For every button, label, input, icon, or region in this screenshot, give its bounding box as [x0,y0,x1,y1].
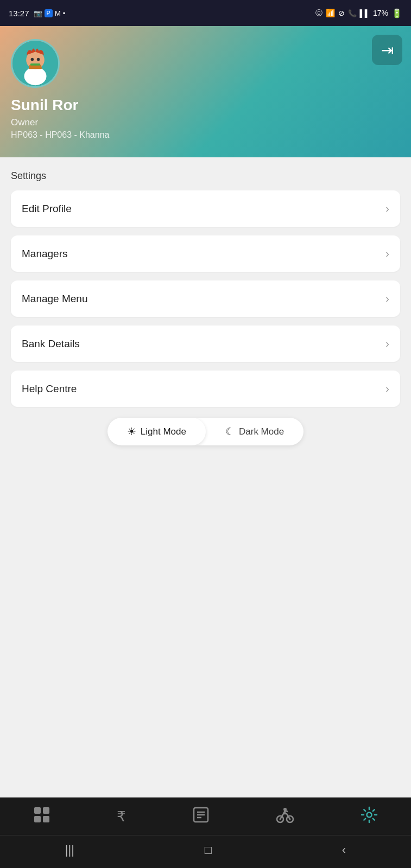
profile-header: ⇥ Sunil Ror Owner H [0,26,411,157]
status-time: 13:27 [9,9,29,18]
gesture-bar: ||| □ ‹ [0,835,411,868]
battery-text: 17% [373,9,388,17]
svg-point-3 [31,58,34,61]
help-centre-chevron: › [385,382,389,395]
logout-button[interactable]: ⇥ [372,35,402,65]
content-spacer [0,469,411,578]
edit-profile-item[interactable]: Edit Profile › [11,190,400,227]
avatar [11,39,60,88]
bottom-nav: ₹ [0,797,411,868]
light-mode-icon: ☀ [127,425,136,438]
edit-profile-label: Edit Profile [22,203,72,215]
payments-icon: ₹ [117,808,126,825]
theme-toggle: ☀ Light Mode ☾ Dark Mode [108,418,303,445]
user-location: HP063 - HP063 - Khanna [11,130,400,140]
gesture-recent[interactable]: ||| [52,841,87,859]
settings-section: Settings Edit Profile › Managers › Manag… [0,157,411,469]
svg-rect-8 [34,807,41,814]
manage-menu-item[interactable]: Manage Menu › [11,280,400,317]
avatar-image [12,41,58,86]
settings-title: Settings [11,170,400,182]
nav-home[interactable] [24,804,59,829]
help-centre-item[interactable]: Help Centre › [11,371,400,407]
nav-items: ₹ [0,797,411,835]
bank-details-chevron: › [385,337,389,350]
gmail-icon: M [55,9,61,17]
nav-orders[interactable] [184,804,218,829]
dark-mode-label: Dark Mode [239,426,284,437]
delivery-icon [276,806,294,827]
nav-settings[interactable] [352,804,387,829]
svg-point-4 [37,58,40,61]
managers-item[interactable]: Managers › [11,235,400,272]
nav-delivery[interactable] [267,804,303,829]
svg-rect-9 [43,807,49,814]
status-bar: 13:27 📷 P M • ⓪ 📶 ⊘ 📞 ▌▌ 17% 🔋 [0,0,411,26]
user-name: Sunil Ror [11,97,400,114]
signal-icon: ▌▌ [360,9,370,17]
svg-rect-6 [30,63,41,66]
dnd-icon: ⊘ [338,9,345,17]
vpn-icon: ⓪ [315,8,323,18]
dark-mode-button[interactable]: ☾ Dark Mode [206,418,303,445]
home-icon [33,806,50,827]
bank-details-item[interactable]: Bank Details › [11,326,400,362]
status-icons: 📷 P M • [34,9,66,17]
bank-details-label: Bank Details [22,338,80,350]
light-mode-button[interactable]: ☀ Light Mode [108,418,206,445]
wifi-icon: 📶 [326,9,335,17]
svg-rect-11 [43,816,49,822]
nav-payments[interactable]: ₹ [108,806,135,827]
status-left: 13:27 📷 P M • [9,9,65,18]
settings-icon [361,806,378,827]
manage-menu-chevron: › [385,292,389,305]
user-role: Owner [11,117,400,128]
svg-point-1 [24,67,46,86]
dot-icon: • [63,9,66,17]
camera-icon: 📷 [34,9,42,17]
manage-menu-label: Manage Menu [22,293,87,305]
svg-rect-10 [34,816,41,822]
edit-profile-chevron: › [385,202,389,215]
call-icon: 📞 [348,9,357,17]
light-mode-label: Light Mode [141,426,186,437]
svg-rect-7 [29,67,42,69]
orders-icon [192,806,210,827]
paytm-icon: P [45,9,53,17]
managers-label: Managers [22,248,68,260]
gesture-back[interactable]: ‹ [329,841,359,859]
logout-icon: ⇥ [381,41,394,59]
managers-chevron: › [385,247,389,260]
battery-icon: 🔋 [391,8,402,18]
svg-point-21 [283,808,287,811]
status-right: ⓪ 📶 ⊘ 📞 ▌▌ 17% 🔋 [315,8,402,18]
svg-point-22 [367,813,372,818]
help-centre-label: Help Centre [22,383,77,395]
gesture-home[interactable]: □ [192,841,225,859]
dark-mode-icon: ☾ [225,425,235,438]
theme-toggle-container: ☀ Light Mode ☾ Dark Mode [11,418,400,445]
